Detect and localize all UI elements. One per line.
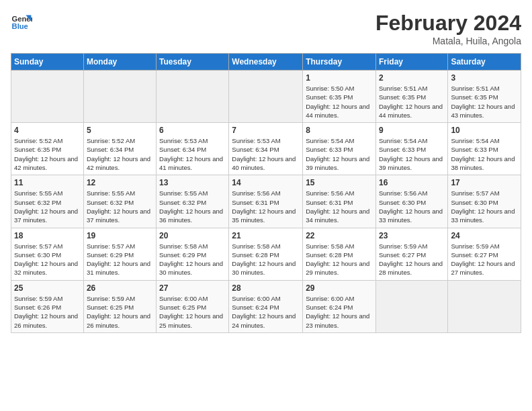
day-info: Sunrise: 5:55 AM Sunset: 6:32 PM Dayligh… bbox=[14, 189, 81, 224]
header-saturday: Saturday bbox=[448, 54, 521, 71]
day-number: 10 bbox=[451, 126, 518, 135]
day-number: 25 bbox=[14, 283, 81, 293]
day-number: 4 bbox=[14, 126, 81, 135]
calendar-cell bbox=[448, 280, 521, 332]
day-number: 29 bbox=[306, 283, 373, 293]
week-row-5: 25Sunrise: 5:59 AM Sunset: 6:26 PM Dayli… bbox=[11, 280, 521, 332]
day-info: Sunrise: 6:00 AM Sunset: 6:24 PM Dayligh… bbox=[306, 294, 373, 330]
week-row-3: 11Sunrise: 5:55 AM Sunset: 6:32 PM Dayli… bbox=[11, 175, 521, 228]
header-thursday: Thursday bbox=[303, 54, 376, 71]
calendar-cell: 22Sunrise: 5:58 AM Sunset: 6:28 PM Dayli… bbox=[303, 228, 376, 280]
day-number: 5 bbox=[87, 126, 153, 135]
calendar-cell: 13Sunrise: 5:55 AM Sunset: 6:32 PM Dayli… bbox=[157, 175, 229, 228]
header-tuesday: Tuesday bbox=[157, 54, 229, 71]
month-title: February 2024 bbox=[375, 11, 521, 36]
calendar-cell: 16Sunrise: 5:56 AM Sunset: 6:30 PM Dayli… bbox=[375, 175, 447, 228]
day-number: 13 bbox=[159, 178, 226, 187]
day-number: 3 bbox=[451, 73, 518, 83]
week-row-1: 1Sunrise: 5:50 AM Sunset: 6:35 PM Daylig… bbox=[11, 71, 521, 123]
day-info: Sunrise: 5:57 AM Sunset: 6:29 PM Dayligh… bbox=[87, 242, 153, 277]
day-number: 12 bbox=[87, 178, 153, 187]
day-number: 9 bbox=[379, 126, 445, 135]
calendar-cell: 26Sunrise: 5:59 AM Sunset: 6:25 PM Dayli… bbox=[83, 280, 156, 332]
day-info: Sunrise: 5:59 AM Sunset: 6:27 PM Dayligh… bbox=[379, 242, 445, 277]
header-monday: Monday bbox=[83, 54, 156, 71]
calendar-cell bbox=[157, 71, 229, 123]
calendar-cell: 21Sunrise: 5:58 AM Sunset: 6:28 PM Dayli… bbox=[229, 228, 303, 280]
week-row-2: 4Sunrise: 5:52 AM Sunset: 6:35 PM Daylig… bbox=[11, 123, 521, 175]
calendar-cell: 20Sunrise: 5:58 AM Sunset: 6:29 PM Dayli… bbox=[157, 228, 229, 280]
header-friday: Friday bbox=[375, 54, 447, 71]
day-info: Sunrise: 5:59 AM Sunset: 6:25 PM Dayligh… bbox=[87, 294, 153, 330]
day-info: Sunrise: 5:59 AM Sunset: 6:26 PM Dayligh… bbox=[14, 294, 81, 330]
calendar-cell: 28Sunrise: 6:00 AM Sunset: 6:24 PM Dayli… bbox=[229, 280, 303, 332]
day-info: Sunrise: 5:53 AM Sunset: 6:34 PM Dayligh… bbox=[159, 136, 226, 172]
day-number: 21 bbox=[232, 231, 300, 240]
calendar-cell: 7Sunrise: 5:53 AM Sunset: 6:34 PM Daylig… bbox=[229, 123, 303, 175]
calendar-cell: 6Sunrise: 5:53 AM Sunset: 6:34 PM Daylig… bbox=[157, 123, 229, 175]
day-number: 1 bbox=[306, 73, 373, 83]
calendar-cell: 18Sunrise: 5:57 AM Sunset: 6:30 PM Dayli… bbox=[11, 228, 84, 280]
calendar-cell: 14Sunrise: 5:56 AM Sunset: 6:31 PM Dayli… bbox=[229, 175, 303, 228]
day-number: 22 bbox=[306, 231, 373, 240]
calendar-cell: 8Sunrise: 5:54 AM Sunset: 6:33 PM Daylig… bbox=[303, 123, 376, 175]
day-info: Sunrise: 5:55 AM Sunset: 6:32 PM Dayligh… bbox=[159, 189, 226, 224]
day-number: 19 bbox=[87, 231, 153, 240]
day-number: 18 bbox=[14, 231, 81, 240]
calendar-cell: 1Sunrise: 5:50 AM Sunset: 6:35 PM Daylig… bbox=[303, 71, 376, 123]
day-number: 15 bbox=[306, 178, 373, 187]
day-number: 27 bbox=[159, 283, 226, 293]
day-info: Sunrise: 5:55 AM Sunset: 6:32 PM Dayligh… bbox=[87, 189, 153, 224]
svg-text:Blue: Blue bbox=[12, 22, 28, 30]
calendar-cell: 10Sunrise: 5:54 AM Sunset: 6:33 PM Dayli… bbox=[448, 123, 521, 175]
page-header: General Blue February 2024 Matala, Huila… bbox=[11, 11, 521, 46]
calendar-cell bbox=[11, 71, 84, 123]
logo: General Blue bbox=[11, 11, 32, 32]
calendar-cell: 19Sunrise: 5:57 AM Sunset: 6:29 PM Dayli… bbox=[83, 228, 156, 280]
calendar-cell: 29Sunrise: 6:00 AM Sunset: 6:24 PM Dayli… bbox=[303, 280, 376, 332]
day-number: 11 bbox=[14, 178, 81, 187]
day-info: Sunrise: 6:00 AM Sunset: 6:25 PM Dayligh… bbox=[159, 294, 226, 330]
day-number: 28 bbox=[232, 283, 300, 293]
calendar-cell: 5Sunrise: 5:52 AM Sunset: 6:34 PM Daylig… bbox=[83, 123, 156, 175]
header-wednesday: Wednesday bbox=[229, 54, 303, 71]
day-number: 23 bbox=[379, 231, 445, 240]
day-info: Sunrise: 5:52 AM Sunset: 6:35 PM Dayligh… bbox=[14, 136, 81, 172]
day-number: 16 bbox=[379, 178, 445, 187]
day-info: Sunrise: 5:58 AM Sunset: 6:28 PM Dayligh… bbox=[306, 242, 373, 277]
calendar-cell bbox=[229, 71, 303, 123]
calendar-cell: 15Sunrise: 5:56 AM Sunset: 6:31 PM Dayli… bbox=[303, 175, 376, 228]
day-info: Sunrise: 5:57 AM Sunset: 6:30 PM Dayligh… bbox=[14, 242, 81, 277]
day-number: 14 bbox=[232, 178, 300, 187]
day-number: 7 bbox=[232, 126, 300, 135]
day-info: Sunrise: 5:54 AM Sunset: 6:33 PM Dayligh… bbox=[379, 136, 445, 172]
calendar-cell: 9Sunrise: 5:54 AM Sunset: 6:33 PM Daylig… bbox=[375, 123, 447, 175]
calendar-cell: 27Sunrise: 6:00 AM Sunset: 6:25 PM Dayli… bbox=[157, 280, 229, 332]
calendar-cell: 4Sunrise: 5:52 AM Sunset: 6:35 PM Daylig… bbox=[11, 123, 84, 175]
day-number: 24 bbox=[451, 231, 518, 240]
day-number: 2 bbox=[379, 73, 445, 83]
calendar-cell: 12Sunrise: 5:55 AM Sunset: 6:32 PM Dayli… bbox=[83, 175, 156, 228]
calendar-cell: 11Sunrise: 5:55 AM Sunset: 6:32 PM Dayli… bbox=[11, 175, 84, 228]
day-number: 17 bbox=[451, 178, 518, 187]
calendar-cell: 17Sunrise: 5:57 AM Sunset: 6:30 PM Dayli… bbox=[448, 175, 521, 228]
calendar-cell: 2Sunrise: 5:51 AM Sunset: 6:35 PM Daylig… bbox=[375, 71, 447, 123]
day-info: Sunrise: 5:51 AM Sunset: 6:35 PM Dayligh… bbox=[451, 84, 518, 120]
calendar-header-row: Sunday Monday Tuesday Wednesday Thursday… bbox=[11, 54, 521, 71]
day-info: Sunrise: 5:54 AM Sunset: 6:33 PM Dayligh… bbox=[451, 136, 518, 172]
day-number: 6 bbox=[159, 126, 226, 135]
title-block: February 2024 Matala, Huila, Angola bbox=[375, 11, 521, 46]
week-row-4: 18Sunrise: 5:57 AM Sunset: 6:30 PM Dayli… bbox=[11, 228, 521, 280]
location-subtitle: Matala, Huila, Angola bbox=[375, 36, 521, 46]
day-info: Sunrise: 5:56 AM Sunset: 6:31 PM Dayligh… bbox=[232, 189, 300, 224]
day-info: Sunrise: 5:59 AM Sunset: 6:27 PM Dayligh… bbox=[451, 242, 518, 277]
calendar-cell: 24Sunrise: 5:59 AM Sunset: 6:27 PM Dayli… bbox=[448, 228, 521, 280]
logo-icon: General Blue bbox=[11, 11, 32, 32]
day-info: Sunrise: 5:50 AM Sunset: 6:35 PM Dayligh… bbox=[306, 84, 373, 120]
day-number: 8 bbox=[306, 126, 373, 135]
calendar-table: Sunday Monday Tuesday Wednesday Thursday… bbox=[11, 53, 521, 333]
day-info: Sunrise: 5:58 AM Sunset: 6:29 PM Dayligh… bbox=[159, 242, 226, 277]
calendar-cell bbox=[375, 280, 447, 332]
day-info: Sunrise: 5:52 AM Sunset: 6:34 PM Dayligh… bbox=[87, 136, 153, 172]
day-info: Sunrise: 5:56 AM Sunset: 6:30 PM Dayligh… bbox=[379, 189, 445, 224]
